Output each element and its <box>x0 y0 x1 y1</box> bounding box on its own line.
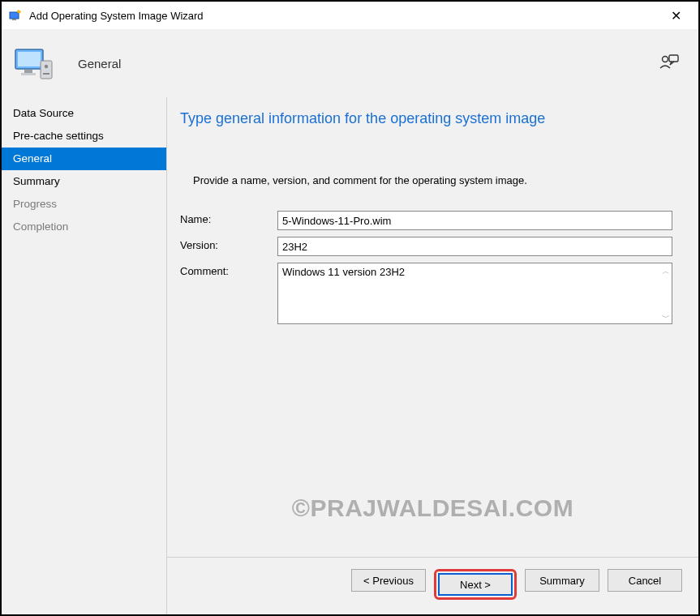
row-comment: Comment: ︿ ﹀ <box>180 263 679 327</box>
summary-button[interactable]: Summary <box>525 569 599 592</box>
main-heading: Type general information for the operati… <box>180 110 679 127</box>
wizard-window: Add Operating System Image Wizard ✕ Gene… <box>0 0 700 616</box>
page-title: General <box>78 57 121 71</box>
version-input[interactable] <box>277 237 672 256</box>
row-version: Version: <box>180 237 679 256</box>
svg-rect-6 <box>21 73 36 75</box>
computer-icon <box>13 43 55 85</box>
svg-rect-11 <box>669 55 678 62</box>
svg-point-8 <box>45 64 48 67</box>
wizard-footer: < Previous Next > Summary Cancel <box>167 557 698 614</box>
name-label: Name: <box>180 211 277 225</box>
main-panel: Type general information for the operati… <box>167 97 698 614</box>
sidebar-item-completion: Completion <box>2 216 166 238</box>
cancel-button[interactable]: Cancel <box>608 569 682 592</box>
svg-rect-0 <box>10 12 19 19</box>
sidebar-item-progress: Progress <box>2 193 166 216</box>
next-button[interactable]: Next > <box>438 573 513 596</box>
main-content: Type general information for the operati… <box>167 97 698 557</box>
sidebar: Data Source Pre-cache settings General S… <box>2 97 167 614</box>
svg-rect-5 <box>24 70 32 73</box>
feedback-icon[interactable] <box>659 54 679 75</box>
close-icon[interactable]: ✕ <box>659 8 692 24</box>
wizard-header: General <box>2 29 698 97</box>
row-name: Name: <box>180 211 679 230</box>
sidebar-item-general[interactable]: General <box>2 148 166 170</box>
titlebar: Add Operating System Image Wizard ✕ <box>2 2 698 29</box>
watermark: ©PRAJWALDESAI.COM <box>292 494 573 522</box>
chevron-down-icon[interactable]: ﹀ <box>662 312 670 323</box>
window-title: Add Operating System Image Wizard <box>29 10 659 22</box>
app-icon <box>8 8 23 23</box>
svg-point-10 <box>663 57 668 62</box>
name-input[interactable] <box>277 211 672 230</box>
svg-rect-1 <box>12 19 16 20</box>
svg-rect-4 <box>18 52 41 66</box>
highlight-ring: Next > <box>434 569 517 600</box>
previous-button[interactable]: < Previous <box>351 569 426 592</box>
comment-input[interactable] <box>277 263 672 324</box>
sidebar-item-data-source[interactable]: Data Source <box>2 102 166 125</box>
main-subtext: Provide a name, version, and comment for… <box>193 174 679 186</box>
version-label: Version: <box>180 237 277 251</box>
chevron-up-icon[interactable]: ︿ <box>662 266 670 277</box>
svg-rect-9 <box>43 73 49 75</box>
comment-label: Comment: <box>180 263 277 277</box>
sidebar-item-summary[interactable]: Summary <box>2 170 166 193</box>
svg-rect-7 <box>41 61 52 79</box>
sidebar-item-precache[interactable]: Pre-cache settings <box>2 125 166 148</box>
wizard-body: Data Source Pre-cache settings General S… <box>2 97 698 614</box>
